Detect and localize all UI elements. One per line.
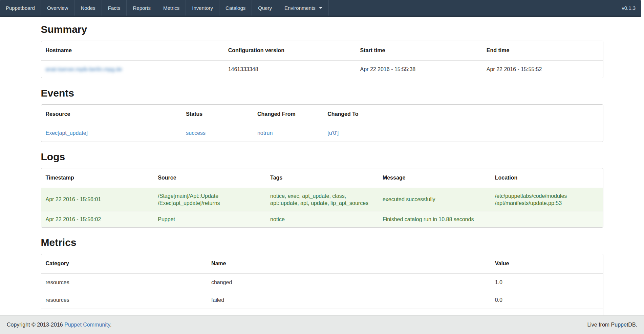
copyright-period: . <box>110 322 111 328</box>
log-tags: notice, exec, apt_update, class, apt::up… <box>266 188 378 211</box>
navbar-links: Puppetboard Overview Nodes Facts Reports… <box>0 0 329 16</box>
metric-value: 0.0 <box>491 291 603 309</box>
nav-item-facts[interactable]: Facts <box>102 0 127 16</box>
log-timestamp: Apr 22 2016 - 15:56:01 <box>41 188 154 211</box>
col-changed-to: Changed To <box>323 105 603 124</box>
log-timestamp: Apr 22 2016 - 15:56:02 <box>41 211 154 227</box>
report-detail-page: Summary Hostname Configuration version S… <box>41 24 603 327</box>
col-category: Category <box>41 254 207 273</box>
event-row: Exec[apt_update] success notrun [u'0'] <box>41 124 603 142</box>
event-changed-to-link[interactable]: [u'0'] <box>327 130 339 136</box>
log-row: Apr 22 2016 - 15:56:02 Puppet notice Fin… <box>41 211 603 227</box>
footer-copyright: Copyright © 2013-2016 Puppet Community. <box>7 322 111 328</box>
end-time-value: Apr 22 2016 - 15:55:52 <box>482 60 603 78</box>
logs-table-wrap: Timestamp Source Tags Message Location A… <box>41 168 603 228</box>
chevron-down-icon <box>319 7 322 9</box>
metric-row: resources changed 1.0 <box>41 273 603 291</box>
col-value: Value <box>491 254 603 273</box>
log-tags: notice <box>266 211 378 227</box>
summary-row: anat-tserver.mpib-berlin.mpg.de 14613333… <box>41 60 603 78</box>
nav-environments-label: Environments <box>284 5 316 11</box>
metric-name: changed <box>207 273 491 291</box>
summary-heading: Summary <box>41 24 603 35</box>
metric-category: resources <box>41 291 207 309</box>
log-source: Puppet <box>153 211 266 227</box>
event-status-link[interactable]: success <box>186 130 206 136</box>
events-table: Resource Status Changed From Changed To … <box>41 104 603 142</box>
col-changed-from: Changed From <box>253 105 323 124</box>
col-hostname: Hostname <box>41 41 224 60</box>
nav-item-overview[interactable]: Overview <box>41 0 75 16</box>
metric-name: failed <box>207 291 491 309</box>
nav-item-environments-dropdown[interactable]: Environments <box>278 0 329 16</box>
col-config-version: Configuration version <box>224 41 356 60</box>
metrics-heading: Metrics <box>41 237 603 248</box>
footer: Copyright © 2013-2016 Puppet Community. … <box>0 315 644 334</box>
config-version-value: 1461333348 <box>224 60 356 78</box>
col-start-time: Start time <box>356 41 482 60</box>
log-row: Apr 22 2016 - 15:56:01 /Stage[main]/Apt:… <box>41 188 603 211</box>
event-resource-link[interactable]: Exec[apt_update] <box>46 130 88 136</box>
puppet-community-link[interactable]: Puppet Community <box>64 322 110 328</box>
log-source: /Stage[main]/Apt::Update​/Exec[apt_updat… <box>153 188 266 211</box>
col-resource: Resource <box>41 105 182 124</box>
col-status: Status <box>181 105 253 124</box>
nav-item-nodes[interactable]: Nodes <box>74 0 102 16</box>
metric-value: 1.0 <box>491 273 603 291</box>
nav-item-reports[interactable]: Reports <box>127 0 157 16</box>
log-message: executed successfully <box>378 188 491 211</box>
logs-header-row: Timestamp Source Tags Message Location <box>41 168 603 188</box>
col-end-time: End time <box>482 41 603 60</box>
logs-heading: Logs <box>41 151 603 162</box>
col-tags: Tags <box>266 168 378 188</box>
nav-item-metrics[interactable]: Metrics <box>157 0 186 16</box>
copyright-text: Copyright © 2013-2016 <box>7 322 64 328</box>
nav-item-query[interactable]: Query <box>252 0 278 16</box>
metric-category: resources <box>41 273 207 291</box>
footer-live-status: Live from PuppetDB. <box>587 322 637 328</box>
col-timestamp: Timestamp <box>41 168 154 188</box>
log-location <box>491 211 603 227</box>
navbar: Puppetboard Overview Nodes Facts Reports… <box>0 0 641 17</box>
col-location: Location <box>491 168 603 188</box>
log-message: Finished catalog run in 10.88 seconds <box>378 211 491 227</box>
navbar-version: v0.1.3 <box>616 0 641 16</box>
col-source: Source <box>153 168 266 188</box>
summary-table: Hostname Configuration version Start tim… <box>41 41 603 78</box>
metrics-header-row: Category Name Value <box>41 254 603 273</box>
start-time-value: Apr 22 2016 - 15:55:38 <box>356 60 482 78</box>
events-heading: Events <box>41 87 603 99</box>
summary-header-row: Hostname Configuration version Start tim… <box>41 41 603 60</box>
event-changed-from-link[interactable]: notrun <box>257 130 273 136</box>
metric-row: resources failed 0.0 <box>41 291 603 309</box>
log-location: /etc/puppetlabs/code/modules​/apt/manife… <box>491 188 603 211</box>
navbar-brand[interactable]: Puppetboard <box>0 0 41 16</box>
col-message: Message <box>378 168 491 188</box>
nav-item-catalogs[interactable]: Catalogs <box>219 0 252 16</box>
events-header-row: Resource Status Changed From Changed To <box>41 105 603 124</box>
hostname-link[interactable]: anat-tserver.mpib-berlin.mpg.de <box>46 66 122 72</box>
nav-item-inventory[interactable]: Inventory <box>186 0 219 16</box>
col-name: Name <box>207 254 491 273</box>
